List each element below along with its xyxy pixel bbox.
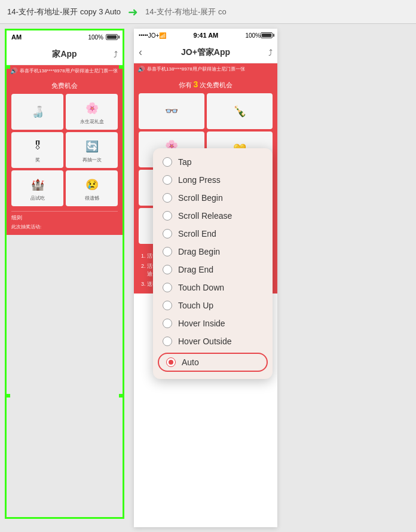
right-chance-text: 你有 3 次免费机会	[139, 80, 273, 90]
right-prize-glasses: 👓	[139, 93, 204, 129]
dropdown-item-long-press[interactable]: Long Press	[153, 171, 273, 189]
radio-hover-outside[interactable]	[163, 337, 172, 346]
dropdown-item-scroll-begin[interactable]: Scroll Begin	[153, 189, 273, 207]
sad-icon: 😢	[83, 176, 101, 194]
dropdown-item-drag-begin[interactable]: Drag Begin	[153, 243, 273, 261]
dropdown-label-scroll-end: Scroll End	[178, 229, 216, 239]
right-export-icon[interactable]: ⤴	[268, 48, 273, 57]
dropdown-label-tap: Tap	[178, 157, 192, 167]
left-export-icon[interactable]: ⤴	[114, 50, 118, 59]
dropdown-label-hover-outside: Hover Outside	[178, 337, 231, 346]
left-chance-text: 免费机会	[11, 81, 118, 90]
disney-icon: 🏰	[29, 176, 47, 194]
left-prize-disney: 🏰 品试吃	[11, 170, 63, 206]
dropdown-menu: Tap Long Press Scroll Begin Scroll Relea…	[153, 148, 273, 379]
right-battery-icon	[261, 32, 273, 38]
radio-hover-inside[interactable]	[163, 319, 172, 328]
right-status-bar: ••••• JO+ 📶 9:41 AM 100%	[134, 29, 277, 42]
title-right: 14-支付-有地址-展开 co	[145, 7, 227, 17]
dropdown-item-touch-up[interactable]: Touch Up	[153, 296, 273, 314]
dropdown-label-scroll-begin: Scroll Begin	[178, 193, 223, 203]
corner-mark-tr	[119, 65, 123, 69]
arrow-icon: ➜	[128, 5, 138, 19]
left-rules-text: 此次抽奖活动:	[11, 224, 118, 230]
left-battery-percent: 100%	[88, 34, 103, 41]
left-prize-flower: 🌸 永生花礼盒	[66, 94, 118, 130]
main-content: AM 100% 家App ⤴ 🔊 恭喜手机138****8978用户获得迪士尼门…	[0, 24, 416, 532]
left-rules: 细则 此次抽奖活动:	[11, 211, 118, 230]
left-time: AM	[11, 33, 22, 41]
right-carrier: JO+	[148, 32, 160, 39]
radio-scroll-release[interactable]	[163, 211, 172, 221]
corner-mark-tl	[7, 65, 10, 69]
corner-mark-bl	[7, 394, 10, 398]
bottle2-icon: 🍾	[231, 102, 249, 120]
right-wifi-icon: 📶	[159, 32, 166, 39]
dropdown-label-touch-up: Touch Up	[178, 301, 213, 310]
radio-scroll-end[interactable]	[163, 229, 172, 239]
dropdown-label-drag-end: Drag End	[178, 265, 213, 274]
right-time: 9:41 AM	[166, 32, 245, 39]
dropdown-label-auto: Auto	[182, 357, 199, 367]
dropdown-item-scroll-release[interactable]: Scroll Release	[153, 207, 273, 225]
dropdown-label-touch-down: Touch Down	[178, 283, 224, 292]
left-prize-bottle: 🍶	[11, 94, 63, 130]
right-back-icon[interactable]: ‹	[139, 46, 142, 59]
right-battery-percent: 100%	[245, 32, 261, 39]
radio-tap[interactable]	[163, 157, 172, 167]
dropdown-item-hover-outside[interactable]: Hover Outside	[153, 332, 273, 350]
scrollbar[interactable]	[274, 129, 276, 152]
radio-auto[interactable]	[166, 357, 176, 367]
dropdown-item-scroll-end[interactable]: Scroll End	[153, 225, 273, 243]
left-sad-label: 很遗憾	[85, 195, 99, 201]
left-status-right: 100%	[88, 34, 118, 41]
corner-mark-br	[119, 394, 123, 398]
flower-icon: 🌸	[83, 99, 101, 117]
medal-icon: 🎖	[29, 137, 47, 155]
right-announcement-text: 恭喜手机138****8978用户获得迪士尼门票一张	[147, 66, 245, 72]
retry-icon: 🔄	[83, 137, 101, 155]
dropdown-item-auto[interactable]: Auto	[158, 353, 268, 372]
dropdown-label-scroll-release: Scroll Release	[178, 211, 232, 221]
dropdown-label-drag-begin: Drag Begin	[178, 247, 220, 256]
left-nav-title: 家App	[52, 49, 77, 60]
left-battery-icon	[106, 34, 118, 40]
top-bar: 14-支付-有地址-展开 copy 3 Auto ➜ 14-支付-有地址-展开 …	[0, 0, 416, 24]
radio-scroll-begin[interactable]	[163, 193, 172, 203]
left-prize-grid: 🍶 🌸 永生花礼盒 🎖 奖 🔄 再抽一次 🏰 品试吃	[11, 94, 118, 206]
left-status-bar: AM 100%	[7, 30, 123, 44]
right-nav: ‹ JO+管家App ⤴	[134, 42, 277, 63]
left-announcement: 🔊 恭喜手机138****8978用户获得迪士尼门票一张	[7, 65, 123, 77]
right-speaker-icon: 🔊	[137, 66, 145, 72]
bottle-icon: 🍶	[29, 103, 47, 121]
left-retry-label: 再抽一次	[82, 157, 102, 163]
dropdown-item-touch-down[interactable]: Touch Down	[153, 279, 273, 296]
radio-long-press[interactable]	[163, 175, 172, 185]
left-phone-panel: AM 100% 家App ⤴ 🔊 恭喜手机138****8978用户获得迪士尼门…	[5, 29, 124, 519]
left-prize-medal: 🎖 奖	[11, 132, 63, 168]
dropdown-item-hover-inside[interactable]: Hover Inside	[153, 314, 273, 332]
right-phone-panel: ••••• JO+ 📶 9:41 AM 100% ‹ JO+管家App ⤴ 🔊 …	[134, 29, 277, 527]
right-announcement: 🔊 恭喜手机138****8978用户获得迪士尼门票一张	[134, 63, 277, 75]
radio-drag-begin[interactable]	[163, 247, 172, 256]
left-prize-retry: 🔄 再抽一次	[66, 132, 118, 168]
dropdown-label-long-press: Long Press	[178, 175, 221, 185]
dropdown-label-hover-inside: Hover Inside	[178, 319, 225, 328]
speaker-icon: 🔊	[10, 68, 17, 74]
radio-drag-end[interactable]	[163, 265, 172, 274]
right-prize-bottle: 🍾	[207, 93, 273, 129]
left-rules-title: 细则	[11, 214, 118, 222]
right-nav-title: JO+管家App	[181, 47, 230, 58]
right-chance-count: 3	[194, 80, 198, 89]
left-medal-label: 奖	[35, 157, 40, 163]
glasses-icon: 👓	[163, 102, 181, 120]
left-nav: 家App ⤴	[7, 44, 123, 65]
right-carrier-dots: •••••	[139, 32, 148, 38]
radio-touch-up[interactable]	[163, 301, 172, 310]
left-disney-label: 品试吃	[30, 195, 45, 201]
left-announcement-text: 恭喜手机138****8978用户获得迪士尼门票一张	[20, 68, 118, 74]
left-prize-sad: 😢 很遗憾	[66, 170, 118, 206]
radio-touch-down[interactable]	[163, 283, 172, 292]
dropdown-item-drag-end[interactable]: Drag End	[153, 261, 273, 279]
dropdown-item-tap[interactable]: Tap	[153, 153, 273, 171]
